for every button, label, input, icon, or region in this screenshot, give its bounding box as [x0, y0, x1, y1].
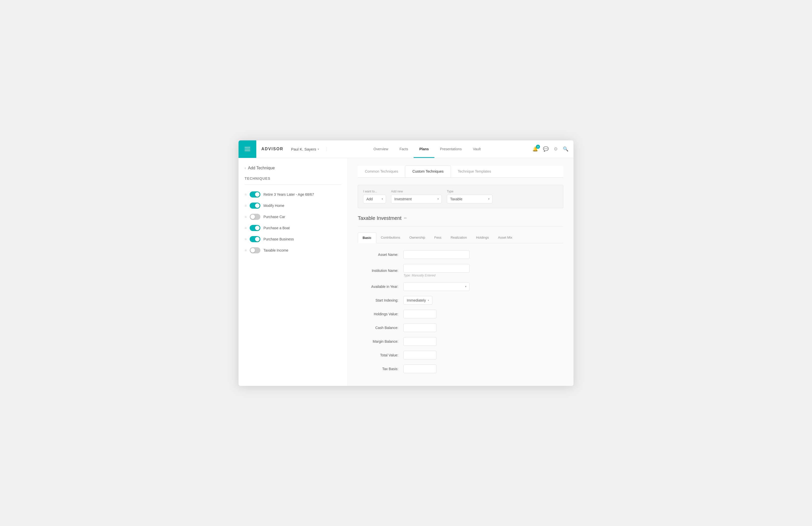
margin-balance-label: Margin Balance: — [358, 339, 398, 343]
search-button[interactable]: 🔍 — [563, 146, 568, 152]
toggle-t3[interactable] — [250, 214, 260, 220]
i-want-to-select-wrapper: Add — [363, 195, 386, 203]
inner-tab-ownership[interactable]: Ownership — [405, 232, 430, 243]
add-technique-controls: I want to... Add Add new Investment — [358, 185, 563, 208]
nav-overview[interactable]: Overview — [368, 140, 394, 158]
i-want-to-label: I want to... — [363, 190, 386, 193]
app-title: ADVISOR — [261, 147, 284, 151]
technique-name: Purchase a Boat — [263, 226, 290, 230]
immediately-text: Immediately — [407, 298, 426, 302]
nav-vault[interactable]: Vault — [467, 140, 486, 158]
add-new-label: Add new — [391, 190, 442, 193]
nav-presentations[interactable]: Presentations — [434, 140, 467, 158]
technique-tabs: Common Techniques Custom Techniques Tech… — [358, 166, 563, 178]
add-new-group: Add new Investment — [391, 190, 442, 203]
header: ADVISOR Paul K. Sayers ▾ Overview Facts … — [238, 140, 574, 158]
client-name-text: Paul K. Sayers — [291, 147, 316, 151]
list-item: ≡ Modify Home — [245, 200, 341, 211]
inner-tabs: Basic Contributions Ownership Fess Reali… — [358, 232, 563, 243]
list-item: ≡ Purchase Business — [245, 233, 341, 245]
basic-form: Asset Name: Institution Name: Type: Manu… — [358, 250, 563, 373]
drag-handle-icon[interactable]: ≡ — [245, 215, 247, 219]
back-label: Add Technique — [248, 166, 275, 170]
tab-custom[interactable]: Custom Techniques — [405, 166, 451, 177]
start-indexing-dropdown[interactable]: Immediately ▾ — [404, 296, 432, 304]
sidebar-section-title: Techniques — [245, 176, 341, 181]
total-value-label: Total Value: — [358, 353, 398, 357]
toggle-t2[interactable] — [250, 202, 260, 209]
nav-plans[interactable]: Plans — [414, 140, 434, 158]
content-area: ‹ Add Technique Techniques ≡ Retire 3 Ye… — [238, 158, 574, 386]
toggle-t6[interactable] — [250, 247, 260, 253]
tax-basis-label: Tax Basis: — [358, 367, 398, 371]
toggle-t4[interactable] — [250, 225, 260, 231]
inner-tab-fess[interactable]: Fess — [430, 232, 446, 243]
hamburger-icon — [245, 147, 250, 151]
asset-name-label: Asset Name: — [358, 253, 398, 257]
edit-icon[interactable]: ✏ — [404, 216, 407, 220]
chevron-down-icon: ▾ — [318, 148, 319, 151]
asset-name-input[interactable] — [404, 250, 469, 259]
technique-name: Taxable Income — [263, 248, 288, 252]
back-button[interactable]: ‹ Add Technique — [245, 166, 341, 170]
list-item: ≡ Purchase Car — [245, 211, 341, 223]
inner-tab-holdings[interactable]: Holdings — [472, 232, 494, 243]
drag-handle-icon[interactable]: ≡ — [245, 237, 247, 241]
drag-handle-icon[interactable]: ≡ — [245, 248, 247, 252]
notification-button[interactable]: 🔔 3 — [532, 146, 538, 152]
type-group: Type Taxable — [447, 190, 493, 203]
technique-name: Modify Home — [263, 203, 284, 208]
i-want-to-select[interactable]: Add — [363, 195, 386, 203]
asset-name-row: Asset Name: — [358, 250, 563, 259]
start-indexing-label: Start Indexing: — [358, 298, 398, 302]
settings-button[interactable]: ⚙ — [554, 146, 558, 152]
section-title-row: Taxable Investment ✏ — [358, 215, 563, 221]
notification-badge: 3 — [536, 145, 540, 149]
margin-balance-input[interactable] — [404, 337, 436, 346]
tab-templates[interactable]: Technique Templates — [451, 166, 498, 177]
technique-name: Purchase Car — [263, 215, 285, 219]
section-title-text: Taxable Investment — [358, 215, 402, 221]
chat-button[interactable]: 💬 — [543, 146, 549, 152]
institution-stack: Type: Manually Entered — [404, 264, 469, 277]
main-nav: Overview Facts Plans Presentations Vault — [368, 140, 486, 158]
inner-tab-basic[interactable]: Basic — [358, 232, 376, 243]
cash-balance-row: Cash Balance: — [358, 324, 563, 332]
type-select[interactable]: Taxable — [447, 195, 493, 203]
client-selector[interactable]: Paul K. Sayers ▾ — [291, 147, 327, 151]
toggle-t5[interactable] — [250, 236, 260, 242]
type-label: Type — [447, 190, 493, 193]
type-select-wrapper: Taxable — [447, 195, 493, 203]
institution-name-label: Institution Name: — [358, 269, 398, 273]
hamburger-button[interactable] — [238, 140, 256, 158]
margin-balance-row: Margin Balance: — [358, 337, 563, 346]
tax-basis-input[interactable] — [404, 365, 436, 373]
inner-tab-contributions[interactable]: Contributions — [376, 232, 405, 243]
inner-tab-asset-mix[interactable]: Asset Mix — [494, 232, 517, 243]
total-value-input[interactable] — [404, 351, 436, 359]
header-icons: 🔔 3 💬 ⚙ 🔍 — [532, 146, 568, 152]
cash-balance-input[interactable] — [404, 324, 436, 332]
add-new-select[interactable]: Investment — [391, 195, 442, 203]
tab-common[interactable]: Common Techniques — [358, 166, 405, 177]
list-item: ≡ Taxable Income — [245, 245, 341, 256]
institution-name-input[interactable] — [404, 264, 469, 273]
list-item: ≡ Purchase a Boat — [245, 223, 341, 233]
inner-tab-realization[interactable]: Realization — [446, 232, 472, 243]
sidebar: ‹ Add Technique Techniques ≡ Retire 3 Ye… — [238, 158, 348, 386]
tax-basis-row: Tax Basis: — [358, 365, 563, 373]
technique-name: Retire 3 Years Later - Age 68/67 — [263, 193, 314, 197]
cash-balance-label: Cash Balance: — [358, 326, 398, 330]
type-hint: Type: Manually Entered — [404, 274, 469, 277]
list-item: ≡ Retire 3 Years Later - Age 68/67 — [245, 189, 341, 200]
app-window: ADVISOR Paul K. Sayers ▾ Overview Facts … — [238, 140, 574, 386]
holdings-value-input[interactable] — [404, 310, 436, 318]
drag-handle-icon[interactable]: ≡ — [245, 226, 247, 230]
available-in-year-label: Available in Year: — [358, 285, 398, 289]
drag-handle-icon[interactable]: ≡ — [245, 203, 247, 208]
add-new-select-wrapper: Investment — [391, 195, 442, 203]
drag-handle-icon[interactable]: ≡ — [245, 193, 247, 197]
toggle-t1[interactable] — [250, 191, 260, 198]
available-in-year-select[interactable] — [404, 282, 469, 291]
nav-facts[interactable]: Facts — [394, 140, 414, 158]
